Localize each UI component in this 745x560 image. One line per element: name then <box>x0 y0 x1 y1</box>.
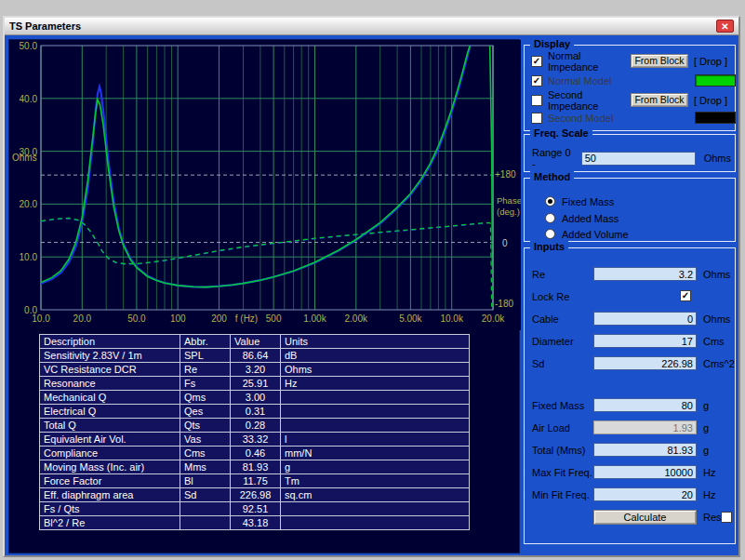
table-cell: 92.51 <box>231 502 281 516</box>
table-cell: Mms <box>180 460 231 474</box>
x-tick-label: 200 <box>211 313 227 324</box>
col-header-abbr: Abbr. <box>180 335 231 349</box>
table-cell: Qms <box>180 391 231 405</box>
lock-re-checkbox[interactable] <box>680 290 691 301</box>
table-cell: Force Factor <box>40 474 180 488</box>
phase-axis-title: (deg.) <box>497 207 520 217</box>
display-group-title: Display <box>530 38 574 49</box>
drop-target-second[interactable]: [ Drop ] <box>694 95 727 106</box>
re-input[interactable] <box>593 267 697 281</box>
added-mass-radio[interactable] <box>545 213 555 223</box>
table-cell: Qes <box>180 405 231 419</box>
table-row: Sensitivity 2.83V / 1mSPL86.64dB <box>40 349 470 363</box>
table-cell: Sensitivity 2.83V / 1m <box>40 349 180 363</box>
min-fit-freq-input[interactable] <box>593 487 697 501</box>
table-row: Moving Mass (Inc. air)Mms81.93g <box>40 460 470 474</box>
table-cell: mm/N <box>281 447 470 460</box>
table-cell: Vas <box>180 433 231 447</box>
table-cell: Bl <box>180 474 231 488</box>
display-row-second-impedance: Second Impedance From Block [ Drop ] <box>531 93 732 107</box>
inputs-group: Inputs Calculate Reset ReOhmsLock ReCabl… <box>524 247 736 544</box>
table-cell: Tm <box>281 474 470 488</box>
fixed-mass-label: Fixed Mass <box>532 400 584 411</box>
table-cell: Mechanical Q <box>40 391 180 405</box>
freq-scale-group-title: Freq. Scale <box>530 127 592 139</box>
cable-input[interactable] <box>593 312 697 326</box>
x-tick-label: 50.0 <box>127 313 146 324</box>
table-cell: sq.cm <box>281 488 470 502</box>
table-cell: VC Resistance DCR <box>40 363 180 377</box>
table-cell: 3.00 <box>231 391 281 405</box>
table-cell <box>180 516 231 530</box>
max-fit-freq-input[interactable] <box>593 465 697 479</box>
second-model-color-swatch[interactable] <box>695 112 736 124</box>
added-mass-label: Added Mass <box>562 213 619 224</box>
title-bar[interactable]: TS Parameters ✕ <box>5 18 738 35</box>
chart-background <box>9 40 521 330</box>
table-cell: Resonance <box>40 377 180 391</box>
from-block-button-second[interactable]: From Block <box>631 93 688 107</box>
table-cell: l <box>281 433 470 447</box>
table-cell: Total Q <box>40 419 180 433</box>
total-mms-unit-label: g <box>703 445 709 456</box>
table-cell <box>180 502 231 516</box>
table-cell: SPL <box>180 349 231 363</box>
chart-panel: 50.040.030.020.010.00.010.020.050.010020… <box>8 39 520 553</box>
air-load-input <box>593 420 697 434</box>
reset-checkbox[interactable] <box>721 512 732 523</box>
table-cell: g <box>281 460 470 474</box>
table-cell <box>281 516 470 530</box>
drop-target-normal[interactable]: [ Drop ] <box>694 56 727 67</box>
table-cell: Moving Mass (Inc. air) <box>40 460 180 474</box>
added-volume-radio[interactable] <box>545 229 555 239</box>
close-icon[interactable]: ✕ <box>716 20 734 33</box>
x-tick-label: 10.0 <box>32 313 50 324</box>
re-label: Re <box>532 269 545 280</box>
table-row: Equivalent Air Vol.Vas33.32l <box>40 433 470 447</box>
sd-input[interactable] <box>593 356 697 370</box>
second-model-checkbox[interactable] <box>531 113 542 124</box>
display-row-normal-impedance: Normal Impedance From Block [ Drop ] <box>531 54 732 68</box>
table-cell: 3.20 <box>231 363 281 377</box>
y-tick-label: 50.0 <box>20 41 38 51</box>
table-cell: Sd <box>180 488 231 502</box>
y-tick-label: 40.0 <box>20 94 38 104</box>
input-row-re: ReOhms <box>532 267 731 282</box>
input-row-diameter: DiameterCms <box>532 334 731 349</box>
y-tick-label: 10.0 <box>20 252 38 262</box>
diameter-unit-label: Cms <box>703 336 725 347</box>
input-row-min-fit-freq: Min Fit Freq.Hz <box>532 487 731 502</box>
table-cell: Equivalent Air Vol. <box>40 433 180 447</box>
cable-unit-label: Ohms <box>703 313 730 325</box>
normal-model-checkbox[interactable] <box>531 75 542 87</box>
fixed-mass-input[interactable] <box>593 398 697 412</box>
inputs-group-title: Inputs <box>530 241 568 252</box>
col-header-units: Units <box>281 335 470 349</box>
calculate-row: Calculate Reset <box>532 510 731 525</box>
input-row-air-load: Air Loadg <box>532 420 731 435</box>
x-tick-label: 10.0k <box>440 313 463 324</box>
table-cell: 226.98 <box>231 488 281 502</box>
second-impedance-label: Second Impedance <box>548 89 631 112</box>
range-max-input[interactable] <box>581 152 696 166</box>
freq-scale-group: Freq. Scale Range 0 - Ohms <box>524 134 736 172</box>
input-row-lock-re: Lock Re <box>532 289 731 304</box>
normal-model-color-swatch[interactable] <box>695 74 736 87</box>
normal-impedance-checkbox[interactable] <box>531 56 542 67</box>
diameter-label: Diameter <box>532 336 574 347</box>
cable-label: Cable <box>532 313 559 325</box>
x-tick-label: 20.0 <box>73 313 92 324</box>
table-cell <box>281 502 470 516</box>
table-row: Fs / Qts92.51 <box>40 502 470 516</box>
diameter-input[interactable] <box>593 334 697 348</box>
normal-impedance-label: Normal Impedance <box>548 50 631 73</box>
table-cell: Compliance <box>40 447 180 460</box>
total-mms-input[interactable] <box>593 443 697 457</box>
calculate-button[interactable]: Calculate <box>593 510 697 525</box>
table-row: Eff. diaphragm areaSd226.98sq.cm <box>40 488 470 502</box>
second-impedance-checkbox[interactable] <box>531 95 542 106</box>
input-row-sd: SdCms^2 <box>532 356 731 371</box>
fixed-mass-unit-label: g <box>703 400 709 411</box>
fixed-mass-radio[interactable] <box>545 196 555 207</box>
from-block-button-normal[interactable]: From Block <box>631 54 688 68</box>
